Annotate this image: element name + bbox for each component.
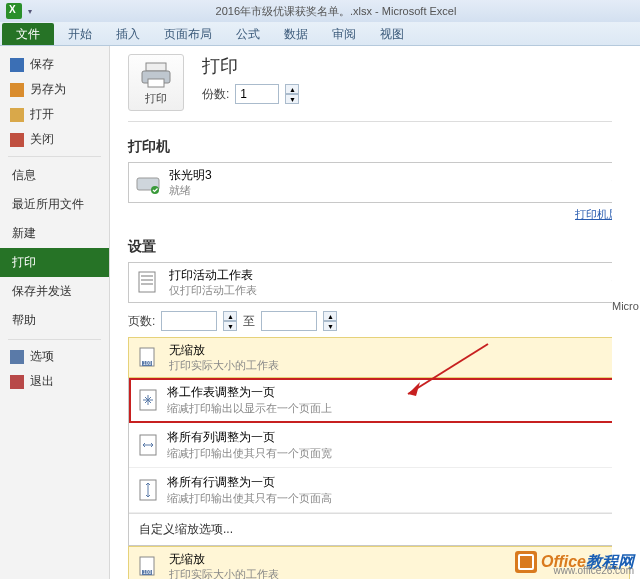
watermark-logo-icon bbox=[515, 551, 537, 573]
active-sheets-icon bbox=[135, 269, 161, 297]
scale-dropdown-header[interactable]: 100 无缩放 打印实际大小的工作表 bbox=[128, 337, 630, 378]
nav-info[interactable]: 信息 bbox=[0, 161, 109, 190]
printer-name: 张光明3 bbox=[169, 167, 606, 183]
scale-menu: 将工作表调整为一页 缩减打印输出以显示在一个页面上 将所有列调整为一页 缩减打印… bbox=[128, 377, 630, 546]
print-what-dropdown[interactable]: 打印活动工作表 仅打印活动工作表 ▼ bbox=[128, 262, 630, 303]
svg-point-4 bbox=[151, 186, 159, 194]
save-as-icon bbox=[10, 83, 24, 97]
scale-none-sub: 打印实际大小的工作表 bbox=[169, 358, 623, 373]
fit-sheet-icon bbox=[137, 386, 159, 414]
print-panel: 打印 打印 份数: ▲ ▼ 打印机 张光明3 bbox=[110, 46, 640, 579]
printer-status-icon bbox=[135, 169, 161, 197]
svg-rect-0 bbox=[146, 63, 166, 71]
pages-to-down[interactable]: ▼ bbox=[323, 321, 337, 331]
tab-data[interactable]: 数据 bbox=[272, 22, 320, 45]
pages-label: 页数: bbox=[128, 313, 155, 330]
window-title: 2016年市级优课获奖名单。.xlsx - Microsoft Excel bbox=[32, 4, 640, 19]
no-scaling-icon: 100 bbox=[135, 344, 161, 372]
print-what-sub: 仅打印活动工作表 bbox=[169, 283, 606, 298]
tab-file[interactable]: 文件 bbox=[2, 23, 54, 45]
pages-to-up[interactable]: ▲ bbox=[323, 311, 337, 321]
ribbon-tabs: 文件 开始 插入 页面布局 公式 数据 审阅 视图 bbox=[0, 22, 640, 46]
nav-new[interactable]: 新建 bbox=[0, 219, 109, 248]
preview-pane-edge: Micro bbox=[612, 46, 640, 566]
nav-exit[interactable]: 退出 bbox=[0, 369, 109, 394]
scale-fit-rows-title: 将所有行调整为一页 bbox=[167, 474, 332, 491]
open-icon bbox=[10, 108, 24, 122]
pages-from-down[interactable]: ▼ bbox=[223, 321, 237, 331]
nav-recent[interactable]: 最近所用文件 bbox=[0, 190, 109, 219]
preview-edge-text: Micro bbox=[612, 300, 639, 312]
copies-spin-up[interactable]: ▲ bbox=[285, 84, 299, 94]
scale-fit-columns[interactable]: 将所有列调整为一页 缩减打印输出使其只有一个页面宽 bbox=[129, 423, 629, 468]
tab-page-layout[interactable]: 页面布局 bbox=[152, 22, 224, 45]
copies-spin-down[interactable]: ▼ bbox=[285, 94, 299, 104]
scale-fit-rows-sub: 缩减打印输出使其只有一个页面高 bbox=[167, 491, 332, 506]
scale-fit-rows[interactable]: 将所有行调整为一页 缩减打印输出使其只有一个页面高 bbox=[129, 468, 629, 513]
printer-dropdown[interactable]: 张光明3 就绪 ▼ bbox=[128, 162, 630, 203]
svg-rect-2 bbox=[148, 79, 164, 87]
tab-insert[interactable]: 插入 bbox=[104, 22, 152, 45]
pages-from-up[interactable]: ▲ bbox=[223, 311, 237, 321]
copies-label: 份数: bbox=[202, 86, 229, 103]
no-scaling-icon: 100 bbox=[135, 553, 161, 579]
svg-text:100: 100 bbox=[143, 360, 152, 366]
pages-to-label: 至 bbox=[243, 313, 255, 330]
scale-custom-option[interactable]: 自定义缩放选项... bbox=[129, 513, 629, 545]
scale-none-title: 无缩放 bbox=[169, 342, 623, 358]
title-bar: ▾ 2016年市级优课获奖名单。.xlsx - Microsoft Excel bbox=[0, 0, 640, 22]
svg-rect-8 bbox=[141, 283, 153, 285]
tab-home[interactable]: 开始 bbox=[56, 22, 104, 45]
tab-view[interactable]: 视图 bbox=[368, 22, 416, 45]
print-what-title: 打印活动工作表 bbox=[169, 267, 606, 283]
svg-rect-6 bbox=[141, 275, 153, 277]
save-icon bbox=[10, 58, 24, 72]
watermark-url: www.office26.com bbox=[554, 565, 634, 576]
scale-fit-sheet[interactable]: 将工作表调整为一页 缩减打印输出以显示在一个页面上 bbox=[129, 378, 629, 423]
options-icon bbox=[10, 350, 24, 364]
pages-to-input[interactable] bbox=[261, 311, 317, 331]
printer-icon bbox=[140, 61, 172, 89]
print-button[interactable]: 打印 bbox=[128, 54, 184, 111]
printer-status: 就绪 bbox=[169, 183, 606, 198]
backstage: 保存 另存为 打开 关闭 信息 最近所用文件 新建 打印 保存并发送 帮助 选项… bbox=[0, 46, 640, 579]
fit-rows-icon bbox=[137, 476, 159, 504]
pages-from-input[interactable] bbox=[161, 311, 217, 331]
watermark: Office教程网 www.office26.com bbox=[515, 551, 634, 573]
tab-review[interactable]: 审阅 bbox=[320, 22, 368, 45]
print-button-label: 打印 bbox=[133, 91, 179, 106]
scale-fit-cols-title: 将所有列调整为一页 bbox=[167, 429, 332, 446]
exit-icon bbox=[10, 375, 24, 389]
nav-help[interactable]: 帮助 bbox=[0, 306, 109, 335]
fit-columns-icon bbox=[137, 431, 159, 459]
scale-fit-cols-sub: 缩减打印输出使其只有一个页面宽 bbox=[167, 446, 332, 461]
tab-formulas[interactable]: 公式 bbox=[224, 22, 272, 45]
copies-input[interactable] bbox=[235, 84, 279, 104]
close-icon bbox=[10, 133, 24, 147]
svg-rect-7 bbox=[141, 279, 153, 281]
nav-close[interactable]: 关闭 bbox=[0, 127, 109, 152]
excel-icon bbox=[6, 3, 22, 19]
printer-properties-link[interactable]: 打印机属性 bbox=[128, 207, 630, 222]
print-heading: 打印 bbox=[202, 54, 299, 78]
settings-section-label: 设置 bbox=[128, 238, 630, 256]
nav-save[interactable]: 保存 bbox=[0, 52, 109, 77]
nav-save-send[interactable]: 保存并发送 bbox=[0, 277, 109, 306]
svg-text:100: 100 bbox=[143, 569, 152, 575]
nav-save-as[interactable]: 另存为 bbox=[0, 77, 109, 102]
nav-open[interactable]: 打开 bbox=[0, 102, 109, 127]
printer-section-label: 打印机 bbox=[128, 138, 630, 156]
backstage-nav: 保存 另存为 打开 关闭 信息 最近所用文件 新建 打印 保存并发送 帮助 选项… bbox=[0, 46, 110, 579]
nav-options[interactable]: 选项 bbox=[0, 344, 109, 369]
scale-fit-sheet-title: 将工作表调整为一页 bbox=[167, 384, 332, 401]
nav-print[interactable]: 打印 bbox=[0, 248, 109, 277]
scale-fit-sheet-sub: 缩减打印输出以显示在一个页面上 bbox=[167, 401, 332, 416]
